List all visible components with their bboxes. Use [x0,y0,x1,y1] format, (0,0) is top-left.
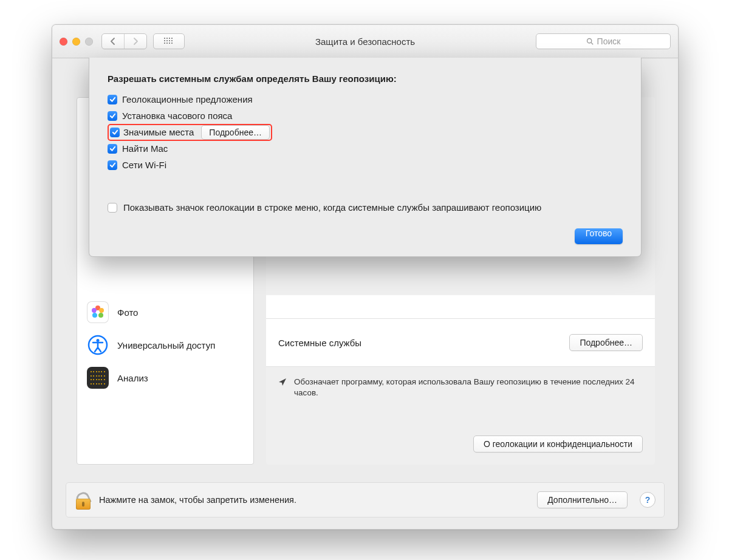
service-label: Сети Wi-Fi [122,160,166,170]
system-services-row: Системные службы Подробнее… [266,318,655,367]
done-button[interactable]: Готово [575,228,623,244]
menubar-indicator-checkbox[interactable] [108,203,117,213]
svg-point-9 [97,339,100,342]
service-label: Установка часового пояса [122,111,232,121]
service-checkbox[interactable] [108,144,117,154]
service-checkbox[interactable] [108,111,117,121]
forward-button[interactable] [125,34,146,49]
system-services-label: Системные службы [278,338,361,348]
zoom-window-button[interactable] [85,38,93,46]
svg-point-0 [587,39,591,43]
location-arrow-icon [278,378,287,386]
chevron-right-icon [132,37,139,46]
svg-line-1 [590,43,592,44]
about-location-privacy-button[interactable]: О геолокации и конфиденциальности [473,435,643,452]
close-window-button[interactable] [60,38,67,46]
service-row: Найти Mac [108,140,623,157]
service-checkbox[interactable] [108,160,117,170]
search-icon [586,38,594,45]
svg-point-4 [98,313,103,318]
back-button[interactable] [102,34,125,49]
service-label: Найти Mac [122,143,168,154]
analytics-icon [87,367,109,389]
sheet-heading: Разрешать системным службам определять В… [108,73,623,84]
category-photos[interactable]: Фото [77,296,253,329]
service-details-button[interactable]: Подробнее… [201,125,270,140]
system-services-details-button[interactable]: Подробнее… [569,334,643,351]
category-label: Анализ [117,373,148,383]
preferences-window: Защита и безопасность Поиск [52,24,679,530]
titlebar: Защита и безопасность Поиск [52,25,678,58]
minimize-window-button[interactable] [72,38,80,46]
svg-point-5 [92,313,97,318]
svg-point-3 [99,308,104,313]
lock-icon[interactable] [75,490,92,510]
category-label: Универсальный доступ [117,340,215,350]
category-label: Фото [117,307,138,318]
services-list: Геолокационные предложенияУстановка часо… [108,91,623,173]
category-accessibility[interactable]: Универсальный доступ [77,329,253,361]
category-analytics[interactable]: Анализ [77,361,253,394]
service-row: Установка часового пояса [108,108,623,124]
advanced-button[interactable]: Дополнительно… [537,491,628,508]
service-label: Геолокационные предложения [122,94,253,104]
svg-point-7 [96,310,100,314]
service-row: Геолокационные предложения [108,91,623,108]
show-all-button[interactable] [153,33,185,49]
accessibility-icon [87,334,109,356]
window-controls [60,38,93,46]
highlighted-service: Значимые местаПодробнее… [108,124,272,141]
service-checkbox[interactable] [108,95,117,104]
nav-back-forward [101,33,147,49]
service-label: Значимые места [123,127,194,137]
lock-bar: Нажмите на замок, чтобы запретить измене… [66,482,665,517]
service-row: Сети Wi-Fi [108,157,623,173]
svg-point-6 [92,308,97,313]
app-list-strip [266,295,655,319]
photos-icon [87,301,109,323]
grid-icon [164,38,174,45]
location-indicator-note: Обозначает программу, которая использова… [278,377,643,398]
search-field[interactable]: Поиск [536,33,671,49]
chevron-left-icon [110,37,116,46]
help-button[interactable]: ? [640,492,655,508]
indicator-note-text: Обозначает программу, которая использова… [294,377,643,398]
search-placeholder: Поиск [597,36,621,46]
service-row: Значимые местаПодробнее… [108,124,623,140]
service-checkbox[interactable] [110,128,120,137]
system-services-sheet: Разрешать системным службам определять В… [89,58,642,257]
menubar-indicator-label: Показывать значок геолокации в строке ме… [123,202,541,213]
lock-text: Нажмите на замок, чтобы запретить измене… [99,495,296,505]
menubar-indicator-row: Показывать значок геолокации в строке ме… [108,202,623,213]
